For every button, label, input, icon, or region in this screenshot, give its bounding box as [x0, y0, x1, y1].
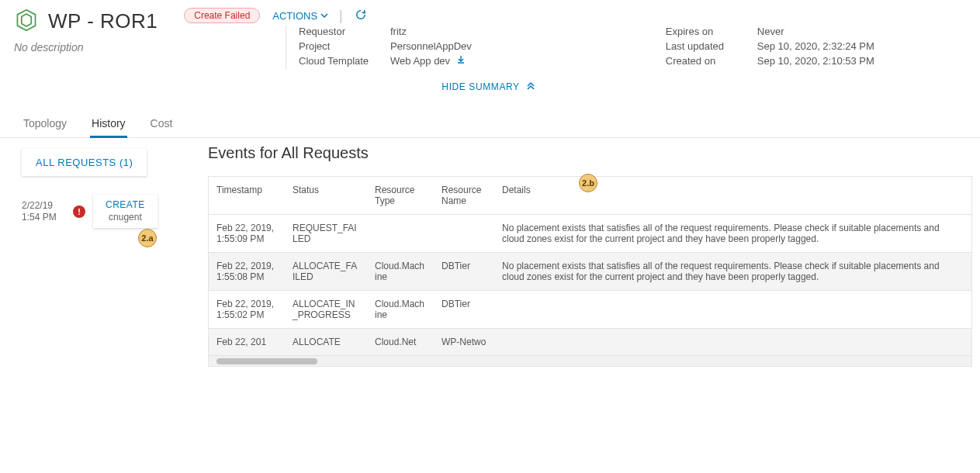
- created-value: Sep 10, 2020, 2:10:53 PM: [757, 55, 874, 67]
- cell-timestamp: Feb 22, 2019, 1:55:08 PM: [209, 253, 285, 291]
- created-label: Created on: [666, 55, 757, 67]
- request-date: 2/22/19: [22, 200, 65, 212]
- horizontal-scrollbar[interactable]: [209, 355, 971, 366]
- actions-label: ACTIONS: [272, 10, 317, 22]
- cell-details: No placement exists that satisfies all o…: [494, 253, 971, 291]
- hide-summary-toggle[interactable]: HIDE SUMMARY: [0, 70, 980, 100]
- template-value: Web App dev: [390, 55, 466, 67]
- updated-value: Sep 10, 2020, 2:32:24 PM: [757, 40, 874, 52]
- updated-label: Last updated: [666, 40, 757, 52]
- deployment-icon: [14, 8, 39, 35]
- error-icon: !: [73, 205, 85, 218]
- template-label: Cloud Template: [299, 55, 390, 67]
- col-header-details[interactable]: Details: [494, 177, 971, 215]
- events-title: Events for All Requests: [208, 144, 972, 162]
- cell-details: No placement exists that satisfies all o…: [494, 215, 971, 253]
- tab-history[interactable]: History: [90, 112, 127, 137]
- cell-timestamp: Feb 22, 201: [209, 329, 285, 356]
- cell-rtype: [367, 215, 434, 253]
- cell-details: [494, 329, 971, 356]
- request-card[interactable]: CREATE cnugent: [93, 195, 158, 228]
- table-row[interactable]: Feb 22, 2019, 1:55:08 PM ALLOCATE_FAILED…: [209, 253, 971, 291]
- cell-timestamp: Feb 22, 2019, 1:55:02 PM: [209, 291, 285, 329]
- refresh-icon[interactable]: [354, 8, 368, 24]
- cell-rtype: Cloud.Machine: [367, 291, 434, 329]
- cell-details: [494, 291, 971, 329]
- project-value: PersonnelAppDev: [390, 40, 472, 52]
- requestor-label: Requestor: [299, 26, 390, 37]
- request-user: cnugent: [106, 212, 145, 224]
- chevron-double-up-icon: [526, 81, 535, 92]
- cell-rname: DBTier: [434, 291, 494, 329]
- cell-status: ALLOCATE_IN_PROGRESS: [285, 291, 367, 329]
- request-time: 1:54 PM: [22, 212, 65, 223]
- cell-rname: DBTier: [434, 253, 494, 291]
- toolbar-divider: |: [339, 8, 343, 24]
- expires-value: Never: [757, 26, 784, 37]
- actions-dropdown[interactable]: ACTIONS: [272, 10, 328, 22]
- col-header-status[interactable]: Status: [285, 177, 367, 215]
- requestor-value: fritz: [390, 26, 407, 37]
- col-header-timestamp[interactable]: Timestamp: [209, 177, 285, 215]
- chevron-down-icon: [320, 10, 328, 22]
- table-row[interactable]: Feb 22, 201 ALLOCATE Cloud.Net WP-Netwo: [209, 329, 971, 356]
- request-timestamp: 2/22/19 1:54 PM: [22, 200, 65, 223]
- cell-status: ALLOCATE: [285, 329, 367, 356]
- cell-rtype: Cloud.Net: [367, 329, 434, 356]
- cell-status: REQUEST_FAILED: [285, 215, 367, 253]
- download-icon[interactable]: [456, 55, 466, 67]
- expires-label: Expires on: [666, 26, 757, 37]
- tab-topology[interactable]: Topology: [22, 112, 68, 137]
- table-row[interactable]: Feb 22, 2019, 1:55:09 PM REQUEST_FAILED …: [209, 215, 971, 253]
- request-action: CREATE: [106, 199, 145, 212]
- callout-2a: 2.a: [138, 229, 157, 247]
- status-badge: Create Failed: [184, 8, 260, 23]
- request-item[interactable]: 2/22/19 1:54 PM ! CREATE cnugent 2.a: [22, 195, 185, 228]
- col-header-resource-name[interactable]: Resource Name: [434, 177, 494, 215]
- table-row[interactable]: Feb 22, 2019, 1:55:02 PM ALLOCATE_IN_PRO…: [209, 291, 971, 329]
- cell-status: ALLOCATE_FAILED: [285, 253, 367, 291]
- svg-marker-1: [22, 14, 31, 26]
- cell-rtype: Cloud.Machine: [367, 253, 434, 291]
- svg-marker-0: [17, 10, 35, 31]
- template-value-text: Web App dev: [390, 55, 450, 67]
- page-title: WP - ROR1: [48, 9, 158, 33]
- all-requests-button[interactable]: ALL REQUESTS (1): [22, 149, 147, 176]
- summary-panel: Requestor fritz Project PersonnelAppDev …: [286, 26, 980, 70]
- project-label: Project: [299, 40, 390, 52]
- callout-2b: 2.b: [579, 174, 597, 192]
- cell-rname: WP-Netwo: [434, 329, 494, 356]
- hide-summary-label: HIDE SUMMARY: [442, 81, 519, 92]
- col-header-resource-type[interactable]: Resource Type: [367, 177, 434, 215]
- cell-timestamp: Feb 22, 2019, 1:55:09 PM: [209, 215, 285, 253]
- tab-cost[interactable]: Cost: [149, 112, 175, 137]
- tabs: Topology History Cost: [0, 106, 980, 138]
- events-table: Timestamp Status Resource Type Resource …: [208, 176, 972, 367]
- cell-rname: [434, 215, 494, 253]
- scrollbar-thumb[interactable]: [216, 358, 317, 364]
